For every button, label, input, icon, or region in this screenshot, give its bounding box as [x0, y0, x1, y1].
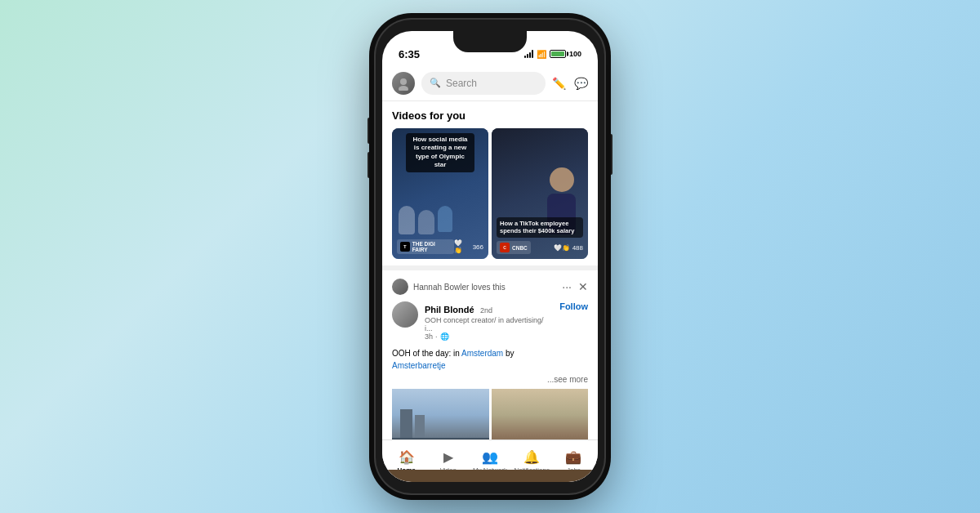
battery-icon — [550, 50, 566, 58]
notifications-icon: 🔔 — [523, 449, 540, 465]
home-icon: 🏠 — [399, 449, 415, 465]
follow-button[interactable]: Follow — [559, 301, 588, 311]
post-body: OOH of the day: in Amsterdam by Amsterba… — [392, 347, 588, 372]
see-more-button[interactable]: ...see more — [392, 375, 588, 384]
video-card-1[interactable]: How social media is creating a new type … — [392, 128, 488, 259]
video-2-channel-name: CNBC — [512, 245, 528, 251]
battery-percentage: 100 — [569, 50, 581, 58]
svg-point-1 — [399, 86, 408, 91]
power-button — [609, 134, 612, 175]
video-icon: ▶ — [443, 449, 453, 465]
post-header: Hannah Bowler loves this ··· ✕ — [392, 279, 588, 295]
status-icons: 📶 100 — [524, 50, 581, 59]
volume-up-button — [368, 118, 371, 144]
videos-section-title: Videos for you — [382, 101, 598, 128]
search-actions: ✏️ 💬 — [552, 77, 588, 90]
svg-point-0 — [400, 78, 407, 85]
cnbc-icon: C — [500, 243, 510, 252]
phone-mockup: 6:35 📶 100 — [376, 20, 604, 493]
video-1-channel-name: THE DIGI FAIRY — [412, 241, 452, 252]
post-image-1[interactable] — [392, 389, 489, 439]
video-2-channel: C CNBC — [497, 241, 531, 254]
feed-content: Videos for you How social medi — [382, 101, 598, 439]
post-images — [392, 389, 588, 439]
phone-notch — [453, 31, 527, 52]
author-degree: 2nd — [480, 306, 492, 314]
post-controls: ··· ✕ — [562, 280, 588, 293]
video-2-stats: 🤍👏 488 — [554, 244, 583, 252]
video-card-2[interactable]: How a TikTok employee spends their $400k… — [492, 128, 588, 259]
user-avatar[interactable] — [392, 72, 415, 95]
compose-icon[interactable]: ✏️ — [552, 77, 566, 90]
wifi-icon: 📶 — [537, 50, 546, 59]
search-icon: 🔍 — [430, 78, 441, 88]
phone-screen: 6:35 📶 100 — [382, 31, 598, 482]
author-details: Phil Blondé 2nd OOH concept creator/ in … — [425, 301, 553, 341]
video-1-stats: 🤍👏 366 — [454, 239, 483, 254]
search-field[interactable]: 🔍 Search — [421, 72, 546, 95]
post-author-row: Phil Blondé 2nd OOH concept creator/ in … — [392, 301, 588, 341]
video-2-caption: How a TikTok employee spends their $400k… — [497, 217, 583, 239]
author-meta: 3h · 🌐 — [425, 332, 553, 341]
volume-down-button — [368, 152, 371, 178]
status-time: 6:35 — [399, 48, 420, 60]
videos-section: Videos for you How social medi — [382, 101, 598, 265]
post-text-by: by — [503, 349, 514, 358]
video-1-caption: How social media is creating a new type … — [406, 133, 475, 172]
reactor-avatar — [392, 279, 408, 295]
post-text-prefix: OOH of the day: in — [392, 349, 461, 358]
reactor-text: Hannah Bowler loves this — [413, 283, 506, 292]
search-bar: 🔍 Search ✏️ 💬 — [382, 65, 598, 101]
jobs-icon: 💼 — [565, 449, 581, 465]
author-name: Phil Blondé — [425, 305, 474, 314]
author-bio: OOH concept creator/ in advertising/ i..… — [425, 316, 553, 332]
video-1-channel: T THE DIGI FAIRY — [397, 239, 454, 254]
search-placeholder: Search — [446, 78, 477, 89]
post-reactor: Hannah Bowler loves this — [392, 279, 506, 295]
post-author-info: Phil Blondé 2nd OOH concept creator/ in … — [392, 301, 553, 341]
network-icon: 👥 — [482, 449, 498, 465]
close-post-button[interactable]: ✕ — [578, 280, 588, 293]
more-options-button[interactable]: ··· — [562, 280, 572, 293]
globe-icon: 🌐 — [440, 332, 449, 341]
tiktok-icon: T — [400, 242, 410, 252]
post-link-amsterbarretje[interactable]: Amsterbarretje — [392, 361, 446, 370]
post-card: Hannah Bowler loves this ··· ✕ Phil Blon… — [382, 265, 598, 439]
messaging-icon[interactable]: 💬 — [574, 77, 588, 90]
post-link-amsterdam[interactable]: Amsterdam — [461, 349, 503, 358]
author-avatar[interactable] — [392, 301, 418, 328]
videos-grid: How social media is creating a new type … — [382, 128, 598, 265]
post-image-2[interactable] — [492, 389, 589, 439]
signal-icon — [524, 50, 533, 58]
